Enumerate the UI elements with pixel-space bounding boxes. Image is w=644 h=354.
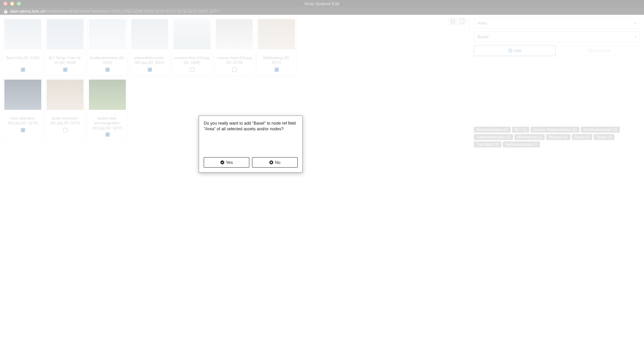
noderef-value-select[interactable]: Basel ▾ bbox=[474, 31, 640, 42]
asset-thumbnail bbox=[4, 80, 41, 110]
asset-thumbnail bbox=[4, 19, 41, 49]
window-titlebar: Multi Noderef Edit bbox=[0, 0, 644, 7]
window-traffic-lights bbox=[3, 2, 21, 6]
asset-checkbox[interactable] bbox=[105, 132, 110, 137]
noderef-value-value: Basel bbox=[478, 34, 489, 39]
asset-card[interactable]: moewe-rhein-016.jpg (ID: 3269) bbox=[172, 17, 212, 76]
tag-chip[interactable]: Wettsteinbrücke (1) bbox=[503, 141, 540, 147]
asset-checkbox[interactable] bbox=[105, 68, 110, 72]
asset-caption: rhein-abendrot-001.jpg (ID: 3273) bbox=[4, 116, 41, 126]
asset-checkbox[interactable] bbox=[21, 128, 25, 132]
asset-thumbnail bbox=[216, 19, 253, 49]
asset-caption: Dreiländerbrücke (ID: 3259) bbox=[89, 55, 126, 65]
add-button-label: Add bbox=[514, 48, 522, 53]
tag-chip[interactable]: Mühlenberg (1) bbox=[514, 134, 545, 140]
asset-checkbox[interactable] bbox=[148, 68, 152, 72]
browser-url-bar[interactable]: dam-demo.brix.ch/multiNoderefEdit/show?a… bbox=[0, 7, 644, 15]
remove-button-label: Remove bbox=[594, 48, 610, 53]
asset-card[interactable]: taube-muenster-001.jpg (ID: 3276) bbox=[45, 78, 85, 141]
remove-button[interactable]: Remove bbox=[558, 45, 640, 56]
asset-thumbnail bbox=[47, 80, 84, 110]
asset-checkbox[interactable] bbox=[275, 68, 279, 72]
confirm-dialog: Do you really want to add "Basel" to nod… bbox=[199, 116, 303, 173]
minimize-window-icon[interactable] bbox=[10, 2, 14, 6]
minus-circle-icon bbox=[588, 48, 593, 53]
asset-caption: BLT Tango-Tram Nr. 10 (ID: 3258) bbox=[47, 55, 84, 65]
tag-chip[interactable]: Rhein (1) bbox=[572, 134, 592, 140]
svg-rect-1 bbox=[460, 19, 464, 23]
close-window-icon[interactable] bbox=[3, 2, 7, 6]
asset-caption: tauben-bad-aeschengraben-001.jpg (ID: 32… bbox=[89, 116, 126, 130]
x-circle-icon bbox=[269, 160, 274, 165]
tag-chip[interactable]: Taube (1) bbox=[594, 134, 614, 140]
deselect-all-button[interactable] bbox=[458, 17, 466, 25]
asset-caption: johanniterbruecke-005.jpg (ID: 3267) bbox=[131, 55, 168, 65]
asset-thumbnail bbox=[47, 19, 84, 49]
no-label: No bbox=[275, 160, 281, 165]
asset-thumbnail bbox=[89, 19, 126, 49]
url-host: dam-demo.brix.ch bbox=[10, 9, 45, 14]
chevron-down-icon: ▾ bbox=[635, 21, 636, 25]
tag-chip[interactable]: Top-Bilder (2) bbox=[474, 141, 501, 147]
tag-chip[interactable]: BLT (1) bbox=[512, 127, 530, 133]
tag-chip[interactable]: Diverse Stadtansichten (1) bbox=[531, 127, 580, 133]
tag-chip[interactable]: Dreiländerbrücke (1) bbox=[581, 127, 620, 133]
tag-chip[interactable]: Münster (1) bbox=[546, 134, 570, 140]
asset-card[interactable]: Mühlenberg (ID: 3271) bbox=[256, 17, 297, 76]
sidebar-panel: Area ▾ Basel ▾ Add Remove Aeschengraben … bbox=[469, 15, 644, 354]
asset-card[interactable]: johanniterbruecke-005.jpg (ID: 3267) bbox=[130, 17, 170, 76]
url-path: /multiNoderefEdit/show?assetIds=3256,325… bbox=[45, 9, 219, 14]
tag-chip[interactable]: Aeschengraben (1) bbox=[474, 127, 511, 133]
confirm-dialog-message: Do you really want to add "Basel" to nod… bbox=[204, 121, 298, 132]
plus-circle-icon bbox=[508, 48, 512, 53]
asset-checkbox[interactable] bbox=[190, 68, 194, 72]
asset-caption: Mühlenberg (ID: 3271) bbox=[258, 55, 295, 65]
asset-checkbox[interactable] bbox=[63, 128, 67, 132]
asset-grid-area: Basel Ost (ID: 3256)BLT Tango-Tram Nr. 1… bbox=[0, 15, 469, 354]
asset-caption: taube-muenster-001.jpg (ID: 3276) bbox=[47, 116, 84, 126]
yes-label: Yes bbox=[226, 160, 233, 165]
asset-caption: moewe-rhein-028.jpg (ID: 3270) bbox=[216, 55, 253, 65]
noderef-field-value: Area bbox=[478, 20, 487, 26]
maximize-window-icon[interactable] bbox=[17, 2, 21, 6]
asset-caption: moewe-rhein-016.jpg (ID: 3269) bbox=[174, 55, 210, 65]
noderef-field-select[interactable]: Area ▾ bbox=[474, 17, 640, 29]
asset-card[interactable]: tauben-bad-aeschengraben-001.jpg (ID: 32… bbox=[87, 78, 128, 141]
asset-thumbnail bbox=[131, 19, 168, 49]
asset-card[interactable]: BLT Tango-Tram Nr. 10 (ID: 3258) bbox=[45, 17, 85, 76]
check-circle-icon bbox=[220, 160, 225, 165]
tag-list: Aeschengraben (1)BLT (1)Diverse Stadtans… bbox=[474, 127, 640, 147]
add-button[interactable]: Add bbox=[474, 45, 556, 56]
asset-card[interactable]: Basel Ost (ID: 3256) bbox=[3, 17, 43, 76]
asset-checkbox[interactable] bbox=[232, 68, 237, 72]
lock-icon bbox=[4, 9, 7, 13]
asset-checkbox[interactable] bbox=[63, 68, 67, 72]
window-title: Multi Noderef Edit bbox=[305, 1, 339, 6]
select-all-button[interactable] bbox=[449, 17, 457, 25]
asset-caption: Basel Ost (ID: 3256) bbox=[5, 55, 40, 65]
confirm-no-button[interactable]: No bbox=[252, 157, 298, 168]
asset-thumbnail bbox=[174, 19, 210, 49]
tag-chip[interactable]: Johanniterbrücke (1) bbox=[474, 134, 513, 140]
asset-card[interactable]: Dreiländerbrücke (ID: 3259) bbox=[87, 17, 128, 76]
asset-card[interactable]: rhein-abendrot-001.jpg (ID: 3273) bbox=[3, 78, 43, 141]
asset-card[interactable]: moewe-rhein-028.jpg (ID: 3270) bbox=[214, 17, 254, 76]
asset-thumbnail bbox=[258, 19, 295, 49]
chevron-down-icon: ▾ bbox=[635, 35, 636, 39]
asset-checkbox[interactable] bbox=[21, 68, 25, 72]
asset-thumbnail bbox=[89, 80, 126, 110]
confirm-yes-button[interactable]: Yes bbox=[204, 157, 249, 168]
